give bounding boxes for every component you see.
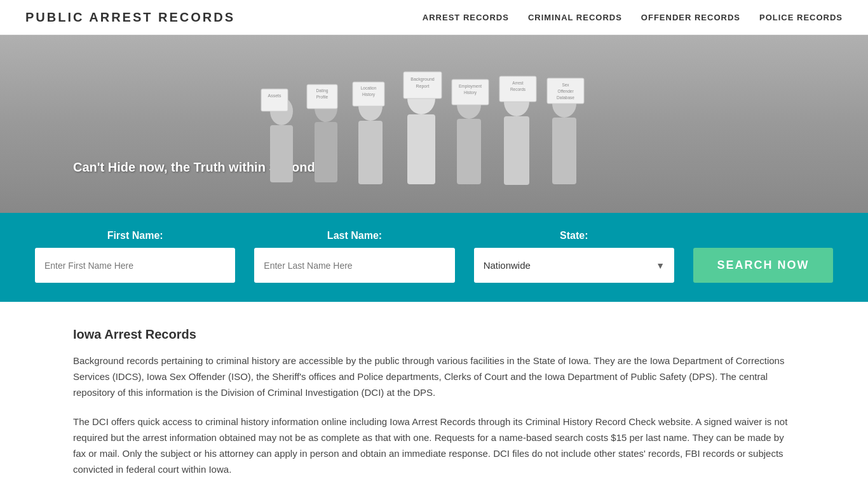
svg-rect-5 <box>315 122 337 182</box>
svg-text:Background: Background <box>410 77 434 82</box>
svg-text:History: History <box>464 90 477 95</box>
svg-text:Database: Database <box>557 95 574 100</box>
header: PUBLIC ARREST RECORDS ARREST RECORDS CRI… <box>0 0 868 35</box>
search-now-button[interactable]: SEARCH NOW <box>693 248 833 283</box>
last-name-label: Last Name: <box>327 230 382 241</box>
svg-rect-15 <box>407 114 435 184</box>
content-heading: Iowa Arrest Records <box>73 327 795 342</box>
hero-section: Can't Hide now, the Truth within Seconds… <box>0 35 868 213</box>
svg-text:Dating: Dating <box>316 88 329 93</box>
svg-text:Offender: Offender <box>557 89 574 93</box>
svg-text:Records: Records <box>510 87 526 92</box>
svg-text:Report: Report <box>416 84 429 89</box>
first-name-label: First Name: <box>107 230 163 241</box>
search-button-wrapper: SEARCH NOW <box>684 229 843 283</box>
nav-police-records[interactable]: POLICE RECORDS <box>759 13 843 22</box>
state-select-wrapper: Nationwide AlabamaAlaskaArizona Arkansas… <box>474 248 674 283</box>
state-select[interactable]: Nationwide AlabamaAlaskaArizona Arkansas… <box>474 248 674 283</box>
svg-text:Profile: Profile <box>316 95 329 99</box>
svg-rect-20 <box>457 119 481 184</box>
first-name-field: First Name: <box>25 230 245 283</box>
svg-rect-1 <box>270 125 293 182</box>
last-name-field: Last Name: <box>245 230 464 283</box>
svg-text:Arrest: Arrest <box>512 81 524 85</box>
main-nav: ARREST RECORDS CRIMINAL RECORDS OFFENDER… <box>423 13 843 22</box>
nav-offender-records[interactable]: OFFENDER RECORDS <box>641 13 740 22</box>
content-paragraph-2: The DCI offers quick access to criminal … <box>73 414 795 477</box>
content-paragraph-1: Background records pertaining to crimina… <box>73 353 795 400</box>
hero-illustration: Assets Dating Profile Location History B… <box>243 54 625 213</box>
first-name-input[interactable] <box>35 248 235 283</box>
svg-text:Assets: Assets <box>268 93 281 98</box>
svg-text:Location: Location <box>361 86 377 90</box>
search-bar: First Name: Last Name: State: Nationwide… <box>0 213 868 302</box>
state-field: State: Nationwide AlabamaAlaskaArizona A… <box>465 230 684 283</box>
svg-rect-25 <box>504 116 529 185</box>
svg-rect-10 <box>358 121 383 184</box>
svg-rect-2 <box>261 89 288 111</box>
svg-text:Employment: Employment <box>459 84 482 89</box>
main-content: Iowa Arrest Records Background records p… <box>0 302 868 488</box>
svg-text:Sex: Sex <box>562 83 569 87</box>
nav-criminal-records[interactable]: CRIMINAL RECORDS <box>528 13 622 22</box>
site-title: PUBLIC ARREST RECORDS <box>25 10 235 25</box>
state-label: State: <box>560 230 588 241</box>
svg-text:History: History <box>362 92 376 97</box>
nav-arrest-records[interactable]: ARREST RECORDS <box>423 13 509 22</box>
svg-rect-30 <box>552 118 576 184</box>
last-name-input[interactable] <box>254 248 454 283</box>
